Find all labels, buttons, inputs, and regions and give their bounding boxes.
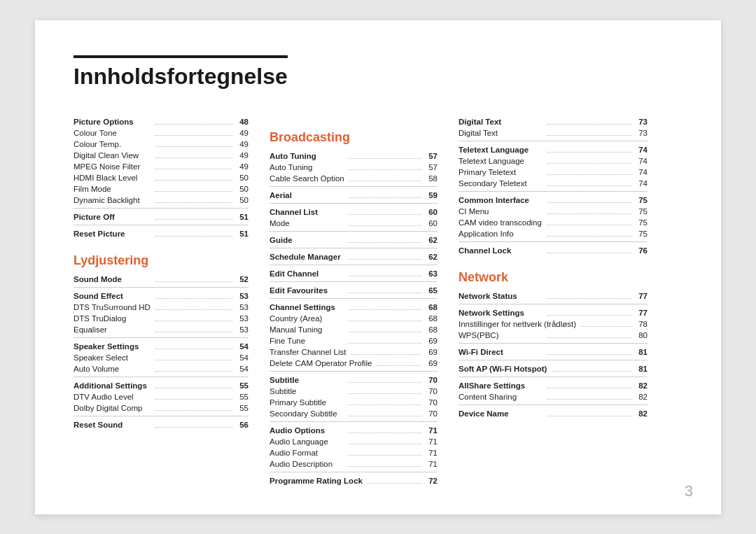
toc-item-page: 71 xyxy=(424,426,438,435)
toc-item-label: Common Interface xyxy=(458,196,545,204)
toc-divider xyxy=(270,265,438,265)
toc-divider xyxy=(74,377,248,377)
toc-item-label: Innstillinger for nettverk (trådløst) xyxy=(458,320,579,328)
toc-item: Application Info75 xyxy=(458,228,648,239)
toc-item-label: Auto Tuning xyxy=(270,163,346,171)
toc-item-label: Audio Options xyxy=(270,426,346,435)
dot-leader xyxy=(552,371,631,372)
dot-leader xyxy=(348,214,421,215)
dot-leader xyxy=(155,321,232,321)
toc-item: Common Interface75 xyxy=(458,195,648,206)
toc-item-label: Audio Language xyxy=(270,437,346,446)
dot-leader xyxy=(155,399,232,400)
toc-item: Subtitle70 xyxy=(270,374,438,386)
dot-leader xyxy=(547,225,631,225)
dot-leader xyxy=(155,202,232,203)
toc-divider xyxy=(270,186,438,187)
toc-item-label: Programme Rating Lock xyxy=(270,477,365,485)
toc-item: Content Sharing82 xyxy=(458,391,648,402)
dot-leader xyxy=(349,181,421,181)
toc-item-page: 75 xyxy=(634,207,648,216)
toc-item-label: Teletext Language xyxy=(458,146,545,154)
toc-item-page: 54 xyxy=(234,342,248,351)
toc-item: Channel Lock76 xyxy=(458,245,648,256)
dot-leader xyxy=(348,259,421,260)
toc-item: Audio Options71 xyxy=(270,425,438,436)
toc-item-label: Digital Clean View xyxy=(74,151,153,160)
dot-leader xyxy=(547,337,631,338)
dot-leader xyxy=(348,466,421,467)
toc-divider xyxy=(74,225,248,225)
toc-item-page: 60 xyxy=(424,208,438,216)
toc-item-page: 71 xyxy=(424,460,438,468)
dot-leader xyxy=(348,393,421,394)
toc-item-page: 55 xyxy=(234,404,248,412)
dot-leader xyxy=(348,405,421,405)
toc-item-page: 57 xyxy=(424,152,438,160)
dot-leader xyxy=(547,399,631,400)
toc-item: Delete CAM Operator Profile69 xyxy=(270,358,438,369)
toc-item: Colour Temp.49 xyxy=(74,139,248,150)
toc-item-label: Secondary Teletext xyxy=(458,179,545,188)
toc-item-page: 68 xyxy=(424,314,438,323)
page: Innholdsfortegnelse Picture Options48Col… xyxy=(35,20,721,514)
toc-divider xyxy=(458,241,648,242)
dot-leader xyxy=(547,388,631,388)
toc-item-page: 63 xyxy=(424,269,438,278)
toc-item: Edit Favourites65 xyxy=(270,285,438,296)
toc-item-page: 49 xyxy=(234,140,248,148)
toc-item: DTS TruSurround HD53 xyxy=(74,302,248,313)
toc-item: Audio Format71 xyxy=(270,447,438,458)
dot-leader xyxy=(155,427,232,428)
dot-leader xyxy=(155,298,232,299)
toc-item-label: Schedule Manager xyxy=(270,253,346,261)
toc-item: Additional Settings55 xyxy=(74,380,248,391)
toc-item-label: Teletext Language xyxy=(458,157,545,165)
dot-leader xyxy=(377,365,421,366)
toc-item: Secondary Teletext74 xyxy=(458,178,648,189)
dot-leader xyxy=(368,483,421,484)
toc-item: Sound Mode52 xyxy=(74,274,248,285)
lydjustering-section: LydjusteringSound Mode52Sound Effect53DT… xyxy=(74,253,248,430)
toc-item: Country (Area)68 xyxy=(270,313,438,324)
toc-item-label: Speaker Settings xyxy=(74,342,153,351)
toc-item-label: DTS TruSurround HD xyxy=(74,303,153,311)
toc-divider xyxy=(458,343,648,344)
dot-leader xyxy=(547,354,631,355)
toc-divider xyxy=(458,377,648,377)
toc-item-page: 50 xyxy=(234,196,248,204)
picture-options-section: Picture Options48Colour Tone49Colour Tem… xyxy=(74,116,248,239)
toc-item-label: Content Sharing xyxy=(458,393,545,401)
toc-item-page: 77 xyxy=(634,309,648,317)
toc-item: Colour Tone49 xyxy=(74,127,248,139)
toc-item: Innstillinger for nettverk (trådløst)78 xyxy=(458,318,648,330)
page-number: 3 xyxy=(685,482,693,500)
toc-item-label: Country (Area) xyxy=(270,314,346,323)
toc-item-label: Picture Off xyxy=(74,213,153,221)
dot-leader xyxy=(155,191,232,192)
toc-item-page: 50 xyxy=(234,185,248,193)
toc-item-label: Audio Format xyxy=(270,449,346,457)
toc-item: Teletext Language74 xyxy=(458,144,648,155)
toc-item-label: Cable Search Option xyxy=(270,174,347,183)
toc-item-label: Reset Sound xyxy=(74,421,153,429)
toc-item-label: Secondary Subtitle xyxy=(270,409,346,418)
toc-divider xyxy=(270,248,438,248)
dot-leader xyxy=(155,388,232,388)
dot-leader xyxy=(348,276,421,276)
dot-leader xyxy=(348,197,421,198)
toc-divider xyxy=(458,405,648,405)
toc-item: Auto Tuning57 xyxy=(270,162,438,173)
toc-item: Auto Tuning57 xyxy=(270,150,438,162)
toc-item-label: Edit Channel xyxy=(270,269,346,278)
dot-leader xyxy=(348,433,421,433)
toc-item-page: 77 xyxy=(634,292,648,300)
toc-item: Digital Clean View49 xyxy=(74,150,248,161)
toc-item: MPEG Noise Filter49 xyxy=(74,161,248,172)
toc-item-label: Subtitle xyxy=(270,387,346,395)
toc-item: Film Mode50 xyxy=(74,183,248,195)
toc-divider xyxy=(74,208,248,209)
toc-item-page: 80 xyxy=(634,331,648,339)
toc-divider xyxy=(270,421,438,422)
toc-item-page: 74 xyxy=(634,179,648,188)
